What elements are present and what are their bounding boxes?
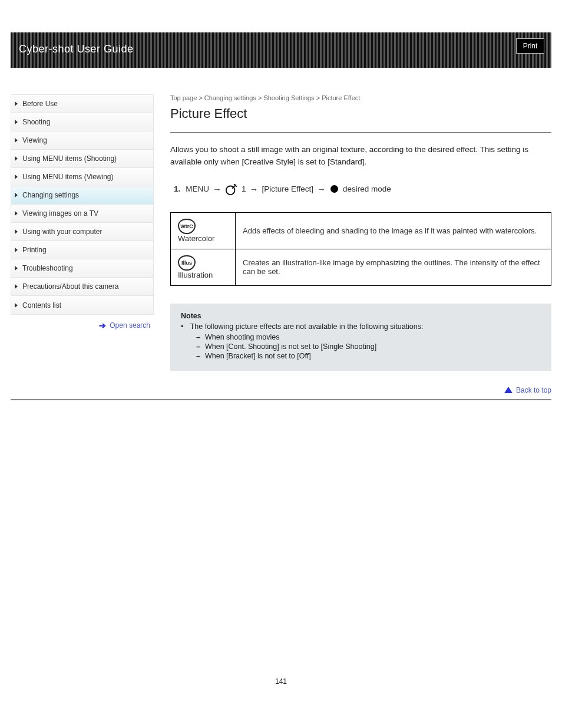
- option-desc: Adds effects of bleeding and shading to …: [236, 212, 551, 249]
- sidebar-item-tv[interactable]: Viewing images on a TV: [11, 205, 153, 223]
- sidebar-item-label: Using MENU items (Viewing): [22, 173, 113, 181]
- sidebar-item-before-use[interactable]: Before Use: [11, 95, 153, 113]
- banner-title: Cyber-shot User Guide: [19, 43, 134, 55]
- sidebar-item-label: Printing: [22, 246, 47, 254]
- bottom-divider: [11, 399, 551, 400]
- sidebar-item-label: Precautions/About this camera: [22, 282, 118, 291]
- table-row: WtrC Watercolor Adds effects of bleeding…: [171, 212, 551, 249]
- sidebar-item-label: Using MENU items (Shooting): [22, 154, 117, 163]
- caret-right-icon: [15, 284, 18, 289]
- step-tail: desired mode: [343, 185, 391, 193]
- caret-right-icon: [15, 211, 18, 216]
- watercolor-icon: WtrC: [178, 219, 196, 234]
- sidebar-item-contents-list[interactable]: Contents list: [11, 296, 153, 314]
- caret-right-icon: [15, 138, 18, 143]
- caret-right-icon: [15, 303, 18, 308]
- main-layout: Before Use Shooting Viewing Using MENU i…: [0, 94, 562, 394]
- arrow-right-icon: →: [317, 184, 326, 194]
- sidebar: Before Use Shooting Viewing Using MENU i…: [11, 94, 154, 394]
- sidebar-item-label: Viewing: [22, 136, 47, 144]
- caret-right-icon: [15, 266, 18, 271]
- arrow-right-icon: →: [213, 184, 222, 194]
- arrow-up-icon: [504, 387, 513, 393]
- step-1: 1. MENU → 1 → [Picture Effect] → desired…: [174, 183, 551, 196]
- open-search-link[interactable]: ➔ Open search: [11, 321, 154, 330]
- option-cell-illustration: Illus Illustration: [171, 249, 236, 285]
- option-label: Illustration: [178, 271, 213, 279]
- step-setting-label: [Picture Effect]: [262, 185, 314, 193]
- sidebar-item-label: Using with your computer: [22, 228, 102, 236]
- note-item: When [Bracket] is not set to [Off]: [196, 352, 541, 360]
- option-cell-watercolor: WtrC Watercolor: [171, 212, 236, 249]
- caret-right-icon: [15, 193, 18, 197]
- breadcrumb: Top page > Changing settings > Shooting …: [170, 94, 551, 101]
- sidebar-item-label: Before Use: [22, 100, 58, 108]
- page-title: Picture Effect: [170, 106, 551, 121]
- notes-heading: Notes: [181, 312, 541, 320]
- content-area: Top page > Changing settings > Shooting …: [170, 94, 551, 394]
- back-to-top-label: Back to top: [516, 386, 551, 394]
- caret-right-icon: [15, 156, 18, 161]
- sidebar-item-shooting[interactable]: Shooting: [11, 113, 153, 131]
- sidebar-item-viewing[interactable]: Viewing: [11, 131, 153, 150]
- sidebar-item-computer[interactable]: Using with your computer: [11, 223, 153, 241]
- step-list: 1. MENU → 1 → [Picture Effect] → desired…: [170, 183, 551, 196]
- sidebar-item-label: Troubleshooting: [22, 264, 73, 272]
- caret-right-icon: [15, 120, 18, 124]
- sidebar-item-precautions[interactable]: Precautions/About this camera: [11, 278, 153, 296]
- sidebar-item-label: Contents list: [22, 301, 61, 309]
- intro-text: Allows you to shoot a still image with a…: [170, 144, 547, 169]
- caret-right-icon: [15, 174, 18, 179]
- note-item: When [Cont. Shooting] is not set to [Sin…: [196, 342, 541, 351]
- note-item: When shooting movies: [196, 333, 541, 341]
- option-label: Watercolor: [178, 234, 214, 243]
- illustration-icon: Illus: [178, 255, 196, 271]
- top-banner: Cyber-shot User Guide Print: [11, 32, 551, 68]
- sidebar-item-printing[interactable]: Printing: [11, 241, 153, 259]
- options-table: WtrC Watercolor Adds effects of bleeding…: [170, 212, 551, 286]
- caret-right-icon: [15, 101, 18, 106]
- edit-icon: [225, 183, 238, 196]
- sidebar-item-menu-shooting[interactable]: Using MENU items (Shooting): [11, 150, 153, 168]
- caret-right-icon: [15, 248, 18, 252]
- sidebar-nav: Before Use Shooting Viewing Using MENU i…: [11, 94, 154, 315]
- sidebar-item-troubleshooting[interactable]: Troubleshooting: [11, 259, 153, 278]
- arrow-right-icon: →: [250, 184, 259, 194]
- arrow-right-icon: ➔: [99, 321, 106, 330]
- caret-right-icon: [15, 229, 18, 234]
- bullet-icon: [330, 185, 338, 193]
- title-divider: [170, 132, 551, 133]
- page-number: 141: [0, 677, 562, 697]
- step-page-num: 1: [242, 185, 246, 193]
- step-number: 1.: [174, 185, 180, 193]
- sidebar-item-label: Changing settings: [22, 191, 79, 199]
- note-lead: The following picture effects are not av…: [181, 322, 541, 360]
- notes-box: Notes The following picture effects are …: [170, 304, 551, 371]
- step-menu-label: MENU: [186, 185, 209, 193]
- sidebar-item-menu-viewing[interactable]: Using MENU items (Viewing): [11, 168, 153, 186]
- print-button[interactable]: Print: [516, 38, 544, 54]
- sidebar-item-changing-settings[interactable]: Changing settings: [11, 186, 153, 205]
- sidebar-item-label: Viewing images on a TV: [22, 209, 98, 218]
- table-row: Illus Illustration Creates an illustrati…: [171, 249, 551, 285]
- open-search-label: Open search: [110, 321, 150, 330]
- back-to-top-link[interactable]: Back to top: [170, 386, 551, 394]
- sidebar-item-label: Shooting: [22, 118, 50, 126]
- option-desc: Creates an illustration-like image by em…: [236, 249, 551, 285]
